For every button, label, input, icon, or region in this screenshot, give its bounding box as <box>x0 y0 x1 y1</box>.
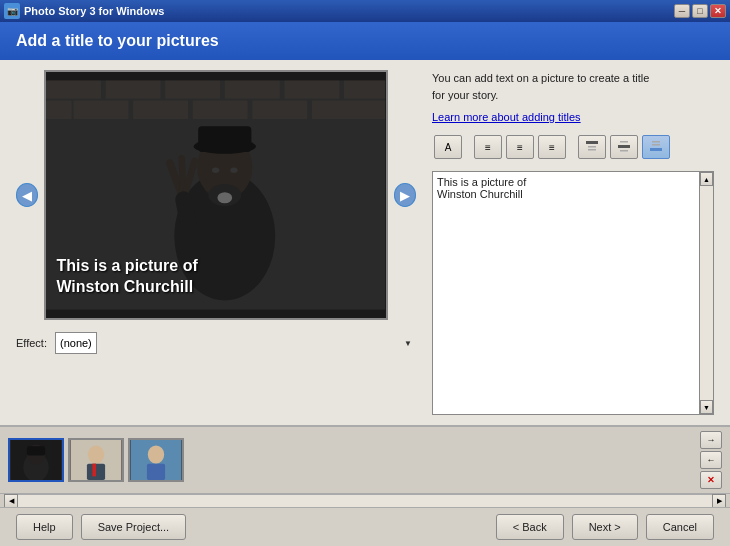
svg-point-40 <box>88 445 104 463</box>
position-top-button[interactable] <box>578 135 606 159</box>
align-right-button[interactable]: ≡ <box>538 135 566 159</box>
desc-line1: You can add text on a picture to create … <box>432 70 714 87</box>
churchill-image: This is a picture of Winston Churchill <box>46 72 385 318</box>
overlay-line1: This is a picture of <box>56 256 197 277</box>
text-input[interactable] <box>433 172 699 414</box>
page-title: Add a title to your pictures <box>16 32 219 49</box>
font-button[interactable]: A <box>434 135 462 159</box>
svg-rect-29 <box>620 141 628 143</box>
filmstrip-scroll <box>8 438 692 482</box>
minimize-button[interactable]: ─ <box>674 4 690 18</box>
svg-rect-2 <box>46 80 101 98</box>
filmstrip-area: → ← ✕ <box>0 426 730 493</box>
effect-label: Effect: <box>16 337 47 349</box>
svg-point-44 <box>148 445 164 463</box>
text-area-container: ▲ ▼ <box>432 171 714 415</box>
image-overlay-text: This is a picture of Winston Churchill <box>56 256 197 298</box>
svg-rect-11 <box>253 101 308 119</box>
svg-rect-13 <box>46 101 72 119</box>
title-bar-left: 📷 Photo Story 3 for Windows <box>4 3 164 19</box>
hscroll-right-button[interactable]: ▶ <box>712 494 726 508</box>
image-container: This is a picture of Winston Churchill <box>44 70 387 320</box>
svg-rect-31 <box>620 150 628 152</box>
svg-rect-27 <box>588 146 596 148</box>
scrollbar-up-button[interactable]: ▲ <box>700 172 713 186</box>
svg-rect-26 <box>586 141 598 144</box>
effect-select-wrapper: (none) <box>55 332 416 354</box>
position-mid-button[interactable] <box>610 135 638 159</box>
filmstrip-section: → ← ✕ ◀ ▶ <box>0 425 730 507</box>
svg-rect-38 <box>27 446 45 455</box>
svg-rect-42 <box>92 464 96 477</box>
desc-line2: for your story. <box>432 87 714 104</box>
svg-rect-9 <box>133 101 188 119</box>
page-header: Add a title to your pictures <box>0 22 730 60</box>
svg-rect-6 <box>285 80 340 98</box>
title-bar: 📷 Photo Story 3 for Windows ─ □ ✕ <box>0 0 730 22</box>
text-toolbar: A ≡ ≡ ≡ <box>432 131 714 163</box>
filmstrip-thumb-1[interactable] <box>8 438 64 482</box>
svg-rect-10 <box>193 101 248 119</box>
help-button[interactable]: Help <box>16 514 73 540</box>
align-left-button[interactable]: ≡ <box>474 135 502 159</box>
svg-rect-7 <box>344 80 385 98</box>
title-bar-buttons: ─ □ ✕ <box>674 4 726 18</box>
save-project-button[interactable]: Save Project... <box>81 514 187 540</box>
bottom-bar: Help Save Project... < Back Next > Cance… <box>0 507 730 546</box>
svg-rect-33 <box>652 144 660 146</box>
right-panel: You can add text on a picture to create … <box>432 70 714 415</box>
effect-row: Effect: (none) <box>16 332 416 354</box>
svg-rect-30 <box>618 145 630 148</box>
svg-rect-5 <box>225 80 280 98</box>
nav-left-button[interactable]: ◀ <box>16 183 38 207</box>
svg-rect-17 <box>199 126 252 152</box>
close-button[interactable]: ✕ <box>710 4 726 18</box>
hscroll-track <box>18 494 712 508</box>
svg-rect-4 <box>166 80 221 98</box>
text-scrollbar: ▲ ▼ <box>699 172 713 414</box>
image-wrapper: ◀ <box>16 70 416 320</box>
content-area: ◀ <box>0 60 730 425</box>
learn-more-link[interactable]: Learn more about adding titles <box>432 111 714 123</box>
effect-select[interactable]: (none) <box>55 332 97 354</box>
filmstrip-controls: → ← ✕ <box>700 431 722 489</box>
svg-point-18 <box>212 167 219 173</box>
filmstrip-back-button[interactable]: ← <box>700 451 722 469</box>
svg-rect-28 <box>588 149 596 151</box>
left-panel: ◀ <box>16 70 416 415</box>
filmstrip-thumb-2[interactable] <box>68 438 124 482</box>
svg-point-19 <box>231 167 238 173</box>
scrollbar-track <box>700 186 713 400</box>
svg-rect-45 <box>147 464 165 480</box>
overlay-line2: Winston Churchill <box>56 277 197 298</box>
app-icon: 📷 <box>4 3 20 19</box>
filmstrip-thumb-3[interactable] <box>128 438 184 482</box>
svg-rect-32 <box>652 141 660 143</box>
scrollbar-down-button[interactable]: ▼ <box>700 400 713 414</box>
restore-button[interactable]: □ <box>692 4 708 18</box>
nav-right-button[interactable]: ▶ <box>394 183 416 207</box>
filmstrip-delete-button[interactable]: ✕ <box>700 471 722 489</box>
app-title: Photo Story 3 for Windows <box>24 5 164 17</box>
svg-rect-34 <box>650 148 662 151</box>
svg-rect-12 <box>312 101 385 119</box>
align-center-button[interactable]: ≡ <box>506 135 534 159</box>
description-area: You can add text on a picture to create … <box>432 70 714 103</box>
main-area: Add a title to your pictures ◀ <box>0 22 730 546</box>
svg-rect-3 <box>106 80 161 98</box>
filmstrip-scrollbar: ◀ ▶ <box>0 493 730 507</box>
hscroll-left-button[interactable]: ◀ <box>4 494 18 508</box>
svg-rect-8 <box>74 101 129 119</box>
position-bot-button[interactable] <box>642 135 670 159</box>
svg-line-23 <box>184 200 189 223</box>
svg-point-25 <box>218 192 233 203</box>
cancel-button[interactable]: Cancel <box>646 514 714 540</box>
back-button[interactable]: < Back <box>496 514 564 540</box>
next-button[interactable]: Next > <box>572 514 638 540</box>
filmstrip-forward-button[interactable]: → <box>700 431 722 449</box>
